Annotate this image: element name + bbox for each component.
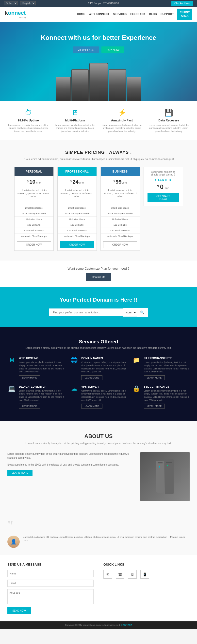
feature-recovery: 💾 Data Recovery Lorem ipsum is simply du… bbox=[145, 109, 192, 133]
server-1 bbox=[56, 77, 71, 101]
feature-uptime-desc: Lorem ipsum is simply dummy text of the … bbox=[8, 124, 49, 133]
starter-mo: /mo bbox=[165, 186, 169, 190]
footer: Copyright © 2014 konnect.com name All ri… bbox=[0, 622, 197, 629]
service-domain-desc: Contrary to popular belief, Lorem Ipsum … bbox=[81, 361, 127, 373]
plan-feature: 430 Email Accounts bbox=[101, 228, 140, 233]
nav-home[interactable]: HOME bbox=[77, 12, 85, 16]
plan-business-desc: Ut wisi enim ad minim veniam, quis nostr… bbox=[101, 188, 140, 199]
service-vps-btn[interactable]: LEARN MORE bbox=[81, 404, 102, 408]
contact-us-button[interactable]: Contact Us bbox=[86, 273, 111, 281]
plan-business-mo: /mo bbox=[122, 181, 127, 184]
service-ssl-title: SSL CERTIFICATES bbox=[144, 385, 189, 388]
nav-client-area[interactable]: CLIENTAREA bbox=[177, 8, 192, 20]
feature-fast: ⚡ Amazingly Fast Lorem ipsum is simply d… bbox=[99, 109, 145, 133]
starter-price: $ 0 /mo bbox=[147, 183, 179, 191]
plan-feature: 20GB Disk Space bbox=[58, 205, 97, 211]
nav-support[interactable]: SUPPORT bbox=[160, 12, 174, 16]
services-inner: Services Offered Lorem Ipsum is simply d… bbox=[8, 339, 189, 408]
testimonial-section: " 👤 consectetur adipiscing elit, sed do … bbox=[0, 514, 197, 555]
svg-rect-1 bbox=[165, 460, 174, 494]
service-ftp: 📁 FILE EXCHANGE FTP Lorem ipsum is simpl… bbox=[132, 357, 189, 380]
service-vps-desc: Contrary to popular belief, Lorem Ipsum … bbox=[81, 389, 127, 402]
about-subtitle: Lorem Ipsum is simply dummy text of the … bbox=[8, 442, 189, 445]
service-domain-btn[interactable]: LEARN MORE bbox=[81, 375, 102, 380]
feature-uptime-title: 99.99% Uptime bbox=[8, 119, 49, 122]
domain-section: Your Perfect Domain is Here !! .com .net… bbox=[0, 287, 197, 327]
starter-label: STARTER bbox=[147, 178, 179, 182]
message-input[interactable] bbox=[8, 589, 94, 604]
nav-feedback[interactable]: FEEDBACK bbox=[130, 12, 145, 16]
starter-btn[interactable]: GET START TODAY bbox=[147, 193, 179, 202]
plan-pro-btn[interactable]: ORDER NOW bbox=[60, 242, 94, 248]
service-dedicated-btn[interactable]: LEARN MORE bbox=[19, 404, 40, 408]
testimonial-text: consectetur adipiscing elit, sed do eius… bbox=[23, 536, 189, 542]
plan-business-price: $ 99 /mo bbox=[101, 176, 140, 188]
svg-rect-5 bbox=[166, 462, 172, 463]
domain-extension-select[interactable]: .com .net .org bbox=[123, 308, 137, 316]
plan-feature: Unlimited Users bbox=[58, 216, 97, 222]
checkout-button[interactable]: Checkout Now bbox=[171, 1, 193, 6]
services-title: Services Offered bbox=[8, 339, 189, 344]
plan-feature: 430 Email Accounts bbox=[58, 228, 97, 233]
email-field-group bbox=[8, 580, 94, 587]
service-web-btn[interactable]: LEARN MORE bbox=[19, 375, 40, 380]
hero-buttons: VIEW PLANS BUY NOW bbox=[5, 46, 192, 53]
buy-now-button[interactable]: BUY NOW bbox=[101, 46, 124, 53]
server-placeholder bbox=[140, 452, 189, 501]
ftp-icon: 📁 bbox=[132, 357, 141, 364]
ftp-text: FILE EXCHANGE FTP Lorem ipsum is simply … bbox=[144, 357, 189, 380]
service-ftp-btn[interactable]: LEARN MORE bbox=[144, 375, 165, 380]
phone-icon[interactable]: ☎ bbox=[116, 570, 124, 578]
quick-links: QUICK LINKS ✉ ☎ 🖥 📱 bbox=[103, 563, 189, 614]
monitor-icon[interactable]: 🖥 bbox=[128, 570, 137, 578]
plan-personal-desc: Ut wisi enim ad minim veniam, quis nostr… bbox=[15, 188, 53, 199]
about-text-1: Lorem ipsum is simply dummy text of the … bbox=[8, 452, 133, 460]
service-ssl-btn[interactable]: LEARN MORE bbox=[144, 404, 165, 408]
plan-pro-header: PROFESSIONAL bbox=[58, 167, 97, 176]
nav-services[interactable]: SERVICES bbox=[113, 12, 127, 16]
about-learn-more-btn[interactable]: LEARN MORE bbox=[8, 470, 33, 476]
domain-input[interactable] bbox=[49, 308, 123, 316]
starter-card: Looking for something simple to get star… bbox=[144, 167, 183, 206]
footer-link[interactable]: KONNECT bbox=[121, 624, 132, 626]
top-bar-left: Dollar Euro English French bbox=[4, 1, 36, 6]
footer-text: Copyright © 2014 konnect.com name All ri… bbox=[65, 624, 121, 626]
svg-point-7 bbox=[167, 465, 168, 466]
plan-business-btn[interactable]: ORDER NOW bbox=[103, 242, 137, 248]
currency-select[interactable]: Dollar Euro bbox=[4, 1, 18, 6]
nav-why[interactable]: WHY KONNECT bbox=[89, 12, 109, 16]
domain-search-button[interactable]: 🔍 bbox=[137, 308, 148, 317]
send-button[interactable]: SEND NOW bbox=[8, 608, 31, 614]
view-plans-button[interactable]: VIEW PLANS bbox=[73, 46, 99, 53]
email-icon[interactable]: ✉ bbox=[103, 570, 112, 578]
mobile-icon[interactable]: 📱 bbox=[140, 570, 149, 578]
contact-section: SEND US A MESSAGE SEND NOW QUICK LINKS ✉… bbox=[0, 555, 197, 622]
pricing-grid: PERSONAL $ 10 /mo Ut wisi enim ad minim … bbox=[5, 167, 192, 251]
features-section: ⏱ 99.99% Uptime Lorem ipsum is simply du… bbox=[0, 101, 197, 140]
pricing-title: SIMPLE PRICING . ALWAYS . bbox=[5, 150, 192, 155]
server-2 bbox=[71, 69, 89, 101]
nav-blog[interactable]: BLOG bbox=[149, 12, 157, 16]
plan-feature: Automatic Cloud Backups bbox=[15, 233, 53, 239]
service-web-title: WEB HOSTING bbox=[19, 357, 65, 360]
email-input[interactable] bbox=[8, 580, 94, 587]
services-subtitle: Lorem Ipsum is simply dummy text of the … bbox=[8, 346, 189, 349]
plan-feature: 430 Email Accounts bbox=[15, 228, 53, 233]
service-web-hosting: 🖥 WEB HOSTING Lorem ipsum is simply dumm… bbox=[8, 357, 65, 380]
name-input[interactable] bbox=[8, 570, 94, 577]
message-field-group bbox=[8, 589, 94, 605]
language-select[interactable]: English French bbox=[20, 1, 36, 6]
plan-feature: 100 Domains bbox=[58, 222, 97, 228]
plan-personal-btn[interactable]: ORDER NOW bbox=[17, 242, 51, 248]
plan-pro-desc: Ut wisi enim ad minim veniam, quis nostr… bbox=[58, 188, 97, 199]
domain-names-text: DOMAIN NAMES Contrary to popular belief,… bbox=[81, 357, 127, 380]
pricing-section: SIMPLE PRICING . ALWAYS . Ut wisi enim a… bbox=[0, 140, 197, 260]
quote-mark: " bbox=[8, 518, 189, 533]
plan-personal: PERSONAL $ 10 /mo Ut wisi enim ad minim … bbox=[14, 167, 54, 251]
platform-icon: 🖥 bbox=[54, 109, 96, 117]
vps-text: VPS SERVER Contrary to popular belief, L… bbox=[81, 385, 127, 408]
service-vps: ☁ VPS SERVER Contrary to popular belief,… bbox=[70, 385, 127, 408]
hero-servers bbox=[5, 61, 192, 101]
vps-icon: ☁ bbox=[70, 385, 78, 392]
service-vps-title: VPS SERVER bbox=[81, 385, 127, 388]
